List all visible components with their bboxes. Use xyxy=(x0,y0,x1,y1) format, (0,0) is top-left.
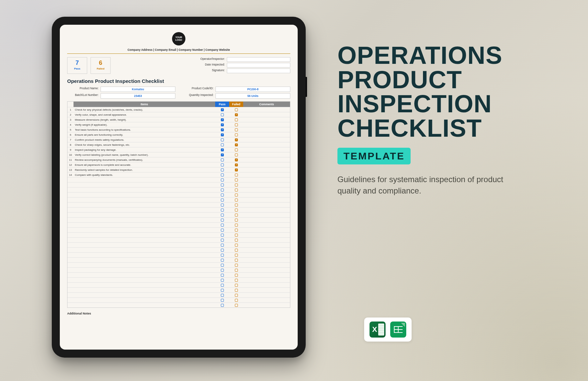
product-name-value[interactable]: Komatsu xyxy=(101,87,175,92)
pass-checkbox[interactable] xyxy=(221,224,224,227)
row-item-text[interactable] xyxy=(74,204,215,206)
row-item-text[interactable] xyxy=(74,264,215,266)
fail-checkbox[interactable] xyxy=(235,249,238,252)
pass-checkbox[interactable] xyxy=(221,234,224,237)
fail-checkbox[interactable] xyxy=(235,143,238,146)
fail-checkbox[interactable] xyxy=(235,279,238,282)
pass-checkbox[interactable] xyxy=(221,163,224,166)
fail-checkbox[interactable] xyxy=(235,219,238,222)
pass-checkbox[interactable] xyxy=(221,183,224,186)
pass-checkbox[interactable] xyxy=(221,143,224,146)
pass-checkbox[interactable] xyxy=(221,123,224,126)
row-item-text[interactable] xyxy=(74,299,215,301)
fail-checkbox[interactable] xyxy=(235,153,238,156)
row-item-text[interactable] xyxy=(74,269,215,271)
fail-checkbox[interactable] xyxy=(235,199,238,202)
pass-checkbox[interactable] xyxy=(221,244,224,247)
fail-checkbox[interactable] xyxy=(235,289,238,292)
pass-checkbox[interactable] xyxy=(221,289,224,292)
fail-checkbox[interactable] xyxy=(235,183,238,186)
pass-checkbox[interactable] xyxy=(221,294,224,297)
pass-checkbox[interactable] xyxy=(221,204,224,207)
fail-checkbox[interactable] xyxy=(235,158,238,161)
pass-checkbox[interactable] xyxy=(221,113,224,116)
row-item-text[interactable] xyxy=(74,179,215,180)
row-item-text[interactable] xyxy=(74,209,215,211)
pass-checkbox[interactable] xyxy=(221,108,224,111)
row-item-text[interactable] xyxy=(74,184,215,185)
row-item-text[interactable] xyxy=(74,189,215,190)
date-input[interactable] xyxy=(227,63,290,68)
row-item-text[interactable] xyxy=(74,199,215,201)
fail-checkbox[interactable] xyxy=(235,173,238,176)
fail-checkbox[interactable] xyxy=(235,148,238,151)
row-item-text[interactable] xyxy=(74,249,215,251)
pass-checkbox[interactable] xyxy=(221,219,224,222)
pass-checkbox[interactable] xyxy=(221,138,224,141)
fail-checkbox[interactable] xyxy=(235,299,238,302)
pass-checkbox[interactable] xyxy=(221,249,224,252)
fail-checkbox[interactable] xyxy=(235,259,238,262)
row-item-text[interactable] xyxy=(74,279,215,281)
fail-checkbox[interactable] xyxy=(235,118,238,121)
pass-checkbox[interactable] xyxy=(221,133,224,136)
pass-checkbox[interactable] xyxy=(221,254,224,257)
pass-checkbox[interactable] xyxy=(221,158,224,161)
pass-checkbox[interactable] xyxy=(221,118,224,121)
pass-checkbox[interactable] xyxy=(221,178,224,181)
row-item-text[interactable] xyxy=(74,289,215,291)
fail-checkbox[interactable] xyxy=(235,209,238,212)
row-item-text[interactable] xyxy=(74,239,215,241)
fail-checkbox[interactable] xyxy=(235,254,238,257)
fail-checkbox[interactable] xyxy=(235,163,238,166)
pass-checkbox[interactable] xyxy=(221,188,224,192)
qty-value[interactable]: 56 Units xyxy=(215,93,290,99)
fail-checkbox[interactable] xyxy=(235,239,238,242)
fail-checkbox[interactable] xyxy=(235,168,238,171)
fail-checkbox[interactable] xyxy=(235,204,238,207)
pass-checkbox[interactable] xyxy=(221,194,224,197)
pass-checkbox[interactable] xyxy=(221,274,224,277)
pass-checkbox[interactable] xyxy=(221,229,224,232)
pass-checkbox[interactable] xyxy=(221,199,224,202)
row-item-text[interactable] xyxy=(74,229,215,231)
row-item-text[interactable] xyxy=(74,274,215,276)
pass-checkbox[interactable] xyxy=(221,209,224,212)
fail-checkbox[interactable] xyxy=(235,214,238,217)
fail-checkbox[interactable] xyxy=(235,108,238,111)
pass-checkbox[interactable] xyxy=(221,168,224,171)
excel-icon[interactable] xyxy=(370,322,386,338)
fail-checkbox[interactable] xyxy=(235,244,238,247)
fail-checkbox[interactable] xyxy=(235,138,238,141)
pass-checkbox[interactable] xyxy=(221,153,224,156)
pass-checkbox[interactable] xyxy=(221,284,224,287)
fail-checkbox[interactable] xyxy=(235,274,238,277)
pass-checkbox[interactable] xyxy=(221,259,224,262)
fail-checkbox[interactable] xyxy=(235,128,238,131)
row-item-text[interactable] xyxy=(74,284,215,286)
row-item-text[interactable] xyxy=(74,259,215,261)
pass-checkbox[interactable] xyxy=(221,264,224,267)
product-code-value[interactable]: PC200-8 xyxy=(215,87,290,92)
row-item-text[interactable] xyxy=(74,304,215,306)
fail-checkbox[interactable] xyxy=(235,264,238,267)
row-item-text[interactable] xyxy=(74,224,215,226)
fail-checkbox[interactable] xyxy=(235,294,238,297)
fail-checkbox[interactable] xyxy=(235,224,238,227)
fail-checkbox[interactable] xyxy=(235,284,238,287)
row-item-text[interactable] xyxy=(74,254,215,256)
pass-checkbox[interactable] xyxy=(221,239,224,242)
pass-checkbox[interactable] xyxy=(221,128,224,131)
signature-input[interactable] xyxy=(227,69,290,73)
fail-checkbox[interactable] xyxy=(235,113,238,116)
pass-checkbox[interactable] xyxy=(221,269,224,272)
row-item-text[interactable] xyxy=(74,234,215,236)
operator-input[interactable] xyxy=(227,57,290,62)
pass-checkbox[interactable] xyxy=(221,148,224,151)
fail-checkbox[interactable] xyxy=(235,304,238,307)
fail-checkbox[interactable] xyxy=(235,133,238,136)
fail-checkbox[interactable] xyxy=(235,269,238,272)
fail-checkbox[interactable] xyxy=(235,229,238,232)
batch-value[interactable]: 23453 xyxy=(101,93,175,99)
pass-checkbox[interactable] xyxy=(221,279,224,282)
